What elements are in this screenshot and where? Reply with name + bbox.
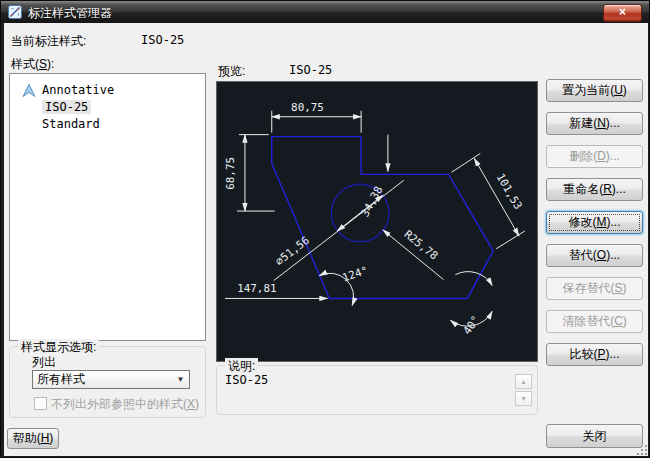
style-item-label: Standard bbox=[42, 117, 100, 131]
style-item-label: ISO-25 bbox=[42, 100, 91, 114]
dim-angle-right-label: 40° bbox=[460, 313, 482, 337]
override-button[interactable]: 替代(O)... bbox=[546, 244, 643, 267]
list-filter-value: 所有样式 bbox=[37, 372, 85, 386]
description-scrollbar[interactable]: ▲ ▼ bbox=[515, 374, 532, 408]
description-text: ISO-25 bbox=[225, 373, 268, 387]
preview-style-value: ISO-25 bbox=[289, 63, 332, 77]
style-display-options-group: 样式显示选项: 列出 所有样式 ▼ 不列出外部参照中的样式(X) bbox=[9, 346, 206, 418]
rename-button[interactable]: 重命名(R)... bbox=[546, 178, 643, 201]
style-display-options-label: 样式显示选项: bbox=[18, 339, 99, 356]
preview-shape bbox=[272, 137, 493, 299]
style-item-annotative[interactable]: Annotative bbox=[10, 82, 205, 99]
hide-xref-styles-checkbox-row: 不列出外部参照中的样式(X) bbox=[34, 396, 199, 413]
annotative-icon bbox=[22, 84, 36, 97]
dim-bottom-label: 147,81 bbox=[237, 282, 276, 295]
styles-list-label: 样式(S): bbox=[11, 56, 54, 73]
hide-xref-styles-checkbox[interactable] bbox=[34, 397, 47, 410]
close-button[interactable]: 关闭 bbox=[546, 424, 643, 448]
delete-button: 删除(D)... bbox=[546, 145, 643, 168]
dim-middle-label: 34,38 bbox=[358, 184, 385, 219]
modify-button[interactable]: 修改(M)... bbox=[546, 211, 643, 234]
dim-top-label: 80,75 bbox=[291, 101, 324, 114]
clear-override-button: 清除替代(C) bbox=[546, 310, 643, 333]
dim-aligned-label: 101,53 bbox=[494, 171, 525, 212]
styles-listbox[interactable]: Annotative ISO-25 Standard bbox=[9, 73, 206, 341]
list-filter-dropdown[interactable]: 所有样式 ▼ bbox=[32, 370, 190, 389]
dim-diameter-label: ⌀51,56 bbox=[273, 234, 312, 269]
current-style-label: 当前标注样式: bbox=[11, 33, 86, 50]
dim-angle-left-label: 124° bbox=[341, 264, 370, 284]
style-item-standard[interactable]: Standard bbox=[10, 116, 205, 133]
dialog-body: 当前标注样式: ISO-25 样式(S): Annotative ISO-25 … bbox=[4, 23, 648, 456]
dim-radius-label: R25,78 bbox=[402, 228, 441, 263]
dim-left-label: 68,75 bbox=[224, 157, 237, 190]
set-current-button[interactable]: 置为当前(U) bbox=[546, 79, 643, 102]
dimension-style-manager-dialog: 标注样式管理器 × 当前标注样式: ISO-25 样式(S): Annotati… bbox=[0, 0, 650, 458]
save-override-button: 保存替代(S) bbox=[546, 277, 643, 300]
preview-label: 预览: bbox=[218, 63, 245, 80]
scroll-up-icon[interactable]: ▲ bbox=[515, 374, 532, 389]
help-button[interactable]: 帮助(H) bbox=[7, 428, 59, 449]
description-group: 说明: ISO-25 ▲ ▼ bbox=[216, 365, 538, 415]
new-button[interactable]: 新建(N)... bbox=[546, 112, 643, 135]
style-item-iso25[interactable]: ISO-25 bbox=[10, 99, 205, 116]
dimension-preview-drawing: 80,75 68,75 101,53 R25,78 ⌀51,56 34,38 1… bbox=[217, 82, 537, 361]
title-bar[interactable]: 标注样式管理器 × bbox=[1, 1, 649, 23]
window-title: 标注样式管理器 bbox=[28, 5, 112, 22]
current-style-value: ISO-25 bbox=[141, 33, 184, 47]
scroll-down-icon[interactable]: ▼ bbox=[515, 391, 532, 406]
compare-button[interactable]: 比较(P)... bbox=[546, 343, 643, 366]
close-window-button[interactable]: × bbox=[603, 4, 642, 22]
list-label: 列出 bbox=[32, 354, 56, 371]
app-icon bbox=[8, 5, 22, 19]
preview-canvas: 80,75 68,75 101,53 R25,78 ⌀51,56 34,38 1… bbox=[216, 81, 538, 362]
chevron-down-icon[interactable]: ▼ bbox=[174, 373, 187, 386]
style-item-label: Annotative bbox=[42, 83, 114, 97]
hide-xref-styles-label: 不列出外部参照中的样式(X) bbox=[51, 397, 199, 411]
